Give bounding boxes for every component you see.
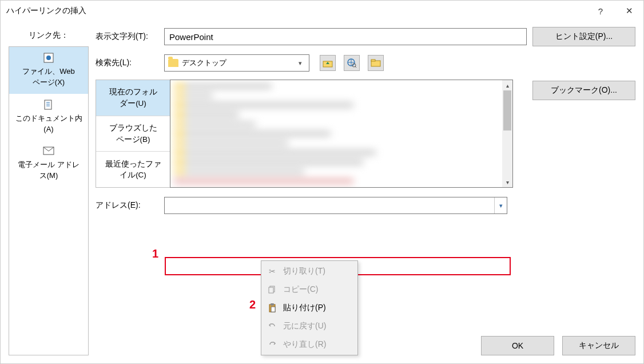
dialog-title: ハイパーリンクの挿入 [6, 6, 86, 16]
browse-web-button[interactable] [344, 55, 360, 71]
svg-rect-12 [271, 303, 274, 306]
svg-point-1 [46, 56, 51, 60]
link-to-label: リンク先： [9, 27, 89, 46]
titlebar: ハイパーリンクの挿入 ? ✕ [1, 1, 643, 21]
address-label: アドレス(E): [96, 200, 158, 211]
search-in-label: 検索先(L): [96, 58, 158, 68]
address-input[interactable]: ▾ [164, 197, 507, 214]
paste-icon [267, 303, 277, 312]
file-list[interactable]: ▴ ▾ [170, 80, 513, 188]
ok-button[interactable]: OK [481, 336, 554, 355]
copy-icon [267, 286, 277, 294]
email-icon [42, 145, 55, 157]
search-in-combo[interactable]: デスクトップ ▾ [164, 54, 309, 72]
svg-rect-8 [371, 60, 375, 61]
hint-settings-button[interactable]: ヒント設定(P)... [532, 27, 635, 46]
svg-rect-13 [271, 307, 275, 312]
file-list-blurred [174, 84, 500, 184]
cut-icon: ✂ [267, 267, 277, 276]
display-text-label: 表示文字列(T): [96, 31, 158, 42]
scroll-down-icon[interactable]: ▾ [502, 177, 512, 187]
globe-search-icon [347, 58, 357, 68]
close-button[interactable]: ✕ [615, 1, 643, 21]
bookmark-button[interactable]: ブックマーク(O)... [532, 81, 635, 100]
scrollbar-thumb[interactable] [503, 90, 511, 130]
link-target-label: このドキュメント内 (A) [15, 113, 82, 135]
scroll-up-icon[interactable]: ▴ [502, 80, 512, 90]
open-folder-icon [371, 59, 381, 67]
scrollbar[interactable]: ▴ ▾ [502, 80, 512, 187]
ctx-redo: やり直し(R) [263, 335, 356, 354]
redo-icon [267, 341, 277, 349]
link-target-this-doc[interactable]: このドキュメント内 (A) [9, 94, 88, 141]
ctx-paste[interactable]: 貼り付け(P) [263, 299, 356, 317]
tab-current-folder[interactable]: 現在のフォル ダー(U) [96, 80, 170, 116]
tab-recent-files[interactable]: 最近使ったファ イル(C) [96, 152, 170, 187]
address-field[interactable] [165, 197, 494, 213]
link-target-label: ファイル、Web ページ(X) [22, 66, 75, 88]
ctx-cut: ✂ 切り取り(T) [263, 262, 356, 280]
undo-icon [267, 322, 277, 330]
ctx-undo: 元に戻す(U) [263, 317, 356, 335]
cancel-button[interactable]: キャンセル [562, 336, 635, 355]
up-folder-button[interactable] [320, 55, 336, 71]
link-target-list: ファイル、Web ページ(X) このドキュメント内 (A) 電子メール アドレ … [9, 46, 89, 355]
chevron-down-icon[interactable]: ▾ [494, 197, 507, 213]
display-text-input[interactable] [164, 28, 527, 45]
this-doc-icon [42, 98, 55, 111]
context-menu: ✂ 切り取り(T) コピー(C) 貼り付け(P) 元に戻す(U) やり直し(R) [261, 260, 358, 355]
browser-tab-list: 現在のフォル ダー(U) ブラウズした ページ(B) 最近使ったファ イル(C) [96, 80, 170, 188]
folder-icon [168, 59, 178, 67]
link-target-label: 電子メール アドレ ス(M) [18, 160, 79, 181]
file-web-icon [42, 52, 55, 64]
svg-rect-2 [45, 100, 51, 109]
link-target-email[interactable]: 電子メール アドレ ス(M) [9, 140, 88, 187]
ctx-copy: コピー(C) [263, 280, 356, 299]
link-target-file-web[interactable]: ファイル、Web ページ(X) [9, 47, 88, 94]
up-folder-icon [323, 58, 333, 68]
tab-browsed-pages[interactable]: ブラウズした ページ(B) [96, 116, 170, 152]
search-in-value: デスクトップ [182, 58, 226, 68]
svg-rect-10 [269, 287, 273, 293]
help-button[interactable]: ? [586, 1, 615, 21]
chevron-down-icon: ▾ [295, 60, 305, 67]
browse-file-button[interactable] [368, 55, 384, 71]
